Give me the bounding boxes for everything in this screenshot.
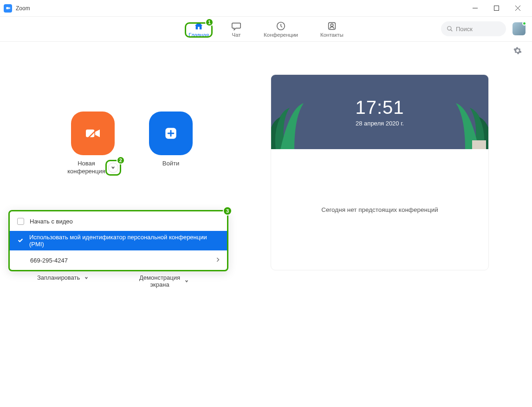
annotation-badge-3: 3 <box>223 206 232 216</box>
tab-home[interactable]: 1 Главная <box>188 21 209 38</box>
calendar-panel: 17:51 28 апреля 2020 г. Сегодня нет пред… <box>266 42 532 407</box>
share-label: Демонстрация экрана <box>139 274 180 288</box>
join-button[interactable] <box>149 112 193 155</box>
schedule-label: Запланировать <box>37 274 80 281</box>
window-controls <box>464 0 528 17</box>
chevron-down-icon <box>84 276 88 280</box>
presence-indicator <box>522 21 526 26</box>
tab-contacts-label: Контакты <box>320 32 344 38</box>
clock-time: 17:51 <box>355 97 404 118</box>
clock-hero: 17:51 28 апреля 2020 г. <box>271 75 488 149</box>
tab-chat-label: Чат <box>232 32 241 38</box>
chevron-down-icon <box>111 165 115 170</box>
window-title: Zoom <box>16 5 30 12</box>
new-meeting-button[interactable] <box>71 112 115 155</box>
plant-decoration-left <box>271 94 313 149</box>
top-nav: 1 Главная Чат Конференции Контакты Поиск <box>0 17 532 42</box>
plant-decoration-right <box>447 94 488 149</box>
chevron-down-icon <box>185 279 188 283</box>
video-off-icon <box>84 124 102 143</box>
search-icon <box>447 26 453 32</box>
share-label-row: Демонстрация экрана <box>139 274 188 288</box>
pmi-number-label: 669-295-4247 <box>30 257 68 264</box>
check-icon <box>17 237 24 245</box>
tab-meetings[interactable]: Конференции <box>264 21 298 38</box>
app-icon <box>4 4 12 13</box>
tile-new-meeting: Новая конференция 2 <box>65 112 121 176</box>
join-label: Войти <box>162 160 179 168</box>
tab-chat[interactable]: Чат <box>231 21 241 38</box>
svg-point-4 <box>331 24 333 26</box>
plus-icon <box>162 124 180 143</box>
dropdown-pmi-number[interactable]: 669-295-4247 <box>10 250 227 270</box>
checkbox-unchecked-icon <box>17 218 24 225</box>
tile-join: Войти <box>143 112 199 176</box>
start-with-video-label: Начать с видео <box>30 218 73 225</box>
new-meeting-dropdown: 3 Начать с видео Использовать мой иденти… <box>8 210 228 271</box>
svg-point-5 <box>448 26 451 30</box>
no-meetings-message: Сегодня нет предстоящих конференций <box>271 149 488 270</box>
use-pmi-label: Использовать мой идентификатор персональ… <box>29 234 220 248</box>
home-actions-panel: Новая конференция 2 Войт <box>0 42 266 407</box>
title-bar: Zoom <box>0 0 532 17</box>
contacts-icon <box>327 21 337 31</box>
chat-icon <box>231 21 241 31</box>
search-input[interactable]: Поиск <box>441 21 506 36</box>
new-meeting-dropdown-button[interactable] <box>108 163 118 173</box>
new-meeting-label: Новая конференция <box>67 160 105 176</box>
tab-contacts[interactable]: Контакты <box>320 21 344 38</box>
annotation-badge-1: 1 <box>205 18 214 26</box>
svg-rect-1 <box>494 6 499 11</box>
avatar[interactable] <box>513 22 526 35</box>
svg-rect-9 <box>472 140 486 149</box>
dropdown-start-with-video[interactable]: Начать с видео <box>10 211 227 231</box>
chevron-right-icon <box>216 257 220 264</box>
dropdown-use-pmi[interactable]: Использовать мой идентификатор персональ… <box>10 231 227 250</box>
calendar-card: 17:51 28 апреля 2020 г. Сегодня нет пред… <box>271 74 489 270</box>
search-placeholder: Поиск <box>456 26 473 33</box>
minimize-button[interactable] <box>464 0 486 17</box>
tab-meetings-label: Конференции <box>264 32 298 38</box>
maximize-button[interactable] <box>486 0 507 17</box>
close-button[interactable] <box>507 0 528 17</box>
clock-date: 28 апреля 2020 г. <box>356 120 404 127</box>
home-icon <box>194 21 204 31</box>
tab-home-label: Главная <box>188 32 209 38</box>
svg-rect-0 <box>6 7 9 9</box>
clock-icon <box>276 21 286 31</box>
schedule-label-row: Запланировать <box>37 274 88 281</box>
annotation-badge-2: 2 <box>117 156 125 164</box>
